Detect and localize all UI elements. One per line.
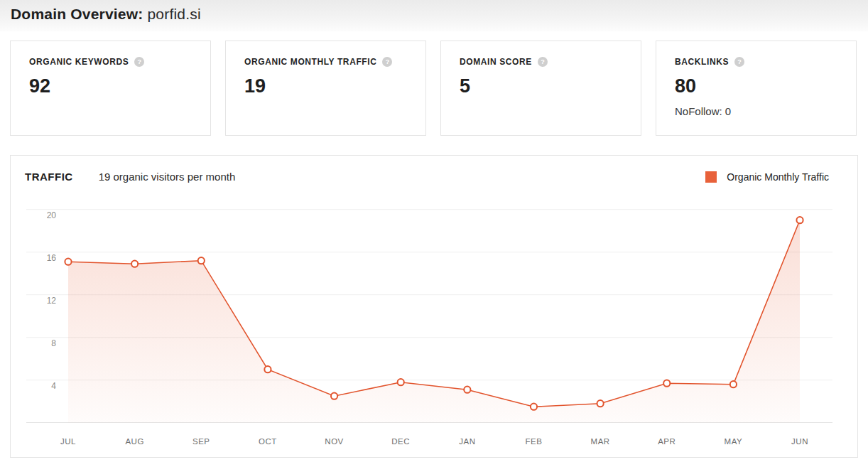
stat-card-organic-keywords: ORGANIC KEYWORDS ? 92 [10,41,211,136]
x-axis-tick-label: JAN [459,437,475,446]
stat-nofollow: NoFollow: 0 [675,105,842,117]
y-axis-tick-label: 8 [51,338,56,348]
x-axis-tick-label: JUN [791,437,808,446]
data-point[interactable] [730,381,737,387]
x-axis-tick-label: FEB [526,437,543,446]
chart-legend: Organic Monthly Traffic [705,171,829,183]
x-axis-tick-label: AUG [125,437,143,446]
stat-value: 92 [29,75,196,97]
data-point[interactable] [464,387,470,393]
page-title-domain: porfid.si [147,6,200,22]
x-axis-tick-label: OCT [259,437,277,446]
help-icon[interactable]: ? [134,57,144,67]
data-point[interactable] [398,379,404,385]
data-point[interactable] [198,257,205,264]
data-point[interactable] [264,366,271,372]
traffic-header: TRAFFIC 19 organic visitors per month Or… [11,156,857,183]
stat-value: 5 [460,75,626,97]
data-point[interactable] [663,380,670,387]
stats-row: ORGANIC KEYWORDS ? 92 ORGANIC MONTHLY TR… [10,41,858,136]
x-axis-tick-label: JUL [60,437,76,446]
x-axis-tick-label: MAR [591,437,610,446]
traffic-chart[interactable]: 48121620JULAUGSEPOCTNOVDECJANFEBMARAPRMA… [11,205,857,457]
y-axis-tick-label: 20 [47,210,57,220]
data-point[interactable] [531,404,537,410]
help-icon[interactable]: ? [382,57,392,67]
y-axis-tick-label: 4 [51,381,56,391]
stat-label: ORGANIC MONTHLY TRAFFIC [244,57,376,67]
legend-label: Organic Monthly Traffic [727,171,829,183]
stat-value: 80 [675,75,842,97]
data-point[interactable] [796,217,803,223]
area-fill [68,220,800,423]
legend-swatch-icon [705,171,717,183]
x-axis-tick-label: NOV [325,437,343,446]
help-icon[interactable]: ? [538,57,548,67]
stat-label: DOMAIN SCORE [460,57,532,67]
x-axis-tick-label: DEC [391,437,410,446]
traffic-chart-svg[interactable]: 48121620JULAUGSEPOCTNOVDECJANFEBMARAPRMA… [11,205,857,457]
stat-value: 19 [244,75,411,97]
help-icon[interactable]: ? [734,57,744,67]
stat-label: ORGANIC KEYWORDS [29,57,129,67]
x-axis-tick-label: APR [658,437,676,446]
stat-card-domain-score: DOMAIN SCORE ? 5 [440,41,641,136]
stat-card-organic-monthly-traffic: ORGANIC MONTHLY TRAFFIC ? 19 [225,41,426,136]
data-point[interactable] [597,400,604,407]
y-axis-tick-label: 16 [47,253,57,263]
traffic-panel: TRAFFIC 19 organic visitors per month Or… [10,155,858,458]
page-title: Domain Overview: porfid.si [11,6,868,23]
data-point[interactable] [65,259,71,265]
page-title-label: Domain Overview: [11,6,143,22]
y-axis-tick-label: 12 [47,296,57,306]
data-point[interactable] [331,393,337,399]
traffic-title: TRAFFIC [25,171,73,183]
stat-label: BACKLINKS [675,57,729,67]
stat-card-backlinks: BACKLINKS ? 80 NoFollow: 0 [656,41,857,136]
domain-overview-page: Domain Overview: porfid.si ORGANIC KEYWO… [0,0,868,467]
x-axis-tick-label: SEP [192,437,210,446]
traffic-subtitle: 19 organic visitors per month [99,171,236,183]
data-point[interactable] [131,261,138,267]
page-header: Domain Overview: porfid.si [0,0,868,31]
x-axis-tick-label: MAY [725,437,743,446]
